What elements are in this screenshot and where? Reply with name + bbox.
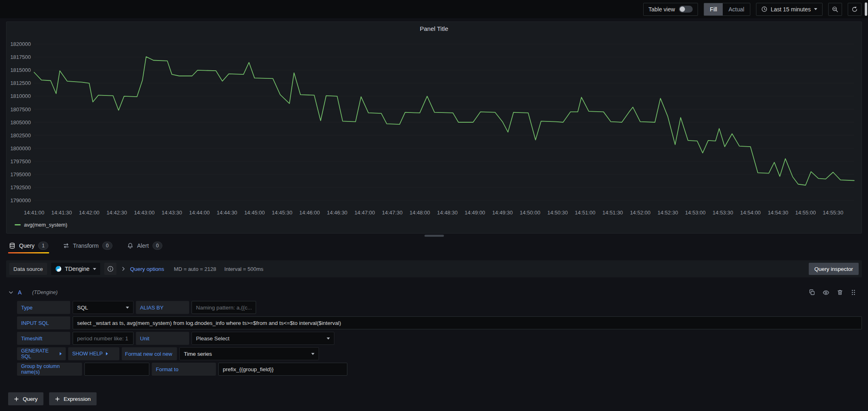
svg-text:14:47:30: 14:47:30 xyxy=(382,210,403,216)
chevron-down-icon xyxy=(814,8,817,10)
duplicate-query-icon[interactable] xyxy=(809,289,815,296)
svg-text:14:42:30: 14:42:30 xyxy=(106,210,127,216)
generate-sql-button[interactable]: GENERATE SQL xyxy=(17,347,66,360)
tab-alert[interactable]: Alert 0 xyxy=(126,239,163,252)
show-help-label: SHOW HELP xyxy=(72,351,103,357)
unit-select[interactable]: Please Select xyxy=(192,332,334,345)
format-select[interactable]: Time series xyxy=(179,347,319,360)
svg-text:14:53:30: 14:53:30 xyxy=(713,210,733,216)
datasource-help-button[interactable] xyxy=(104,263,116,275)
input-sql-input[interactable] xyxy=(73,316,862,329)
group-by-input[interactable] xyxy=(84,363,149,376)
svg-text:1800000: 1800000 xyxy=(11,145,31,151)
timeshift-input[interactable] xyxy=(73,332,134,345)
legend-label[interactable]: avg(mem_system) xyxy=(24,222,67,228)
tab-query[interactable]: Query 1 xyxy=(8,239,49,252)
unit-select-value: Please Select xyxy=(196,335,230,342)
editor-tabs: Query 1 Transform 0 Alert 0 xyxy=(8,239,163,252)
svg-text:1802500: 1802500 xyxy=(11,132,31,138)
svg-text:14:55:00: 14:55:00 xyxy=(795,210,816,216)
alias-by-label: ALIAS BY xyxy=(136,301,189,314)
svg-text:14:46:00: 14:46:00 xyxy=(299,210,320,216)
svg-text:14:50:30: 14:50:30 xyxy=(547,210,568,216)
svg-text:1792500: 1792500 xyxy=(11,184,31,190)
query-datasource-hint: (TDengine) xyxy=(32,290,58,295)
alias-by-input[interactable] xyxy=(192,301,256,314)
svg-text:14:43:30: 14:43:30 xyxy=(162,210,182,216)
panel-resize-handle[interactable] xyxy=(424,235,444,237)
datasource-label: Data source xyxy=(9,263,47,275)
delete-query-icon[interactable] xyxy=(837,289,843,296)
chart-legend: avg(mem_system) xyxy=(11,219,857,230)
generate-sql-label: GENERATE SQL xyxy=(21,348,56,359)
svg-text:14:49:00: 14:49:00 xyxy=(465,210,485,216)
tab-alert-label: Alert xyxy=(137,242,149,249)
query-options-interval: Interval = 500ms xyxy=(224,266,263,272)
tab-transform-label: Transform xyxy=(73,242,99,249)
datasource-picker[interactable]: TDengine xyxy=(51,263,100,275)
query-ref-id[interactable]: A xyxy=(18,289,22,296)
add-query-button[interactable]: Query xyxy=(8,392,43,405)
scrollbar-thumb[interactable] xyxy=(865,2,867,16)
form-row-format: GENERATE SQL SHOW HELP Format new col ne… xyxy=(17,347,862,360)
fill-button[interactable]: Fill xyxy=(704,3,723,15)
type-select-value: SQL xyxy=(77,305,88,311)
query-count-badge: 1 xyxy=(38,242,48,250)
svg-text:14:45:30: 14:45:30 xyxy=(272,210,293,216)
toggle-visibility-icon[interactable] xyxy=(823,289,829,296)
svg-text:14:42:00: 14:42:00 xyxy=(79,210,99,216)
form-row-sql: INPUT SQL xyxy=(17,316,862,329)
legend-swatch xyxy=(15,224,21,225)
svg-text:14:43:00: 14:43:00 xyxy=(134,210,155,216)
svg-text:14:41:00: 14:41:00 xyxy=(24,210,45,216)
timeseries-chart[interactable]: 1790000179250017950001797500180000018025… xyxy=(11,34,857,218)
svg-text:1810000: 1810000 xyxy=(11,93,31,99)
table-view-switch[interactable] xyxy=(679,6,693,13)
bell-icon xyxy=(127,242,134,249)
svg-text:1805000: 1805000 xyxy=(11,119,31,125)
toolbar: Table view Fill Actual Last 15 minutes xyxy=(0,0,868,18)
zoom-out-button[interactable] xyxy=(828,3,842,16)
query-options-link[interactable]: Query options xyxy=(130,266,164,272)
svg-text:1807500: 1807500 xyxy=(11,106,31,112)
add-expression-button[interactable]: Expression xyxy=(49,392,97,405)
group-by-label: Group by column name(s) xyxy=(17,363,82,376)
svg-text:14:51:30: 14:51:30 xyxy=(602,210,623,216)
svg-text:14:53:00: 14:53:00 xyxy=(685,210,706,216)
chevron-right-icon xyxy=(106,352,108,355)
form-row-type: Type SQL ALIAS BY xyxy=(17,301,862,314)
drag-handle-icon[interactable] xyxy=(851,289,856,296)
format-to-input[interactable] xyxy=(218,363,347,376)
plus-icon xyxy=(14,396,19,402)
input-sql-label: INPUT SQL xyxy=(17,316,70,329)
table-view-label: Table view xyxy=(648,6,675,13)
query-row-header: A (TDengine) xyxy=(8,287,862,298)
zoom-out-icon xyxy=(832,6,838,13)
query-inspector-button[interactable]: Query inspector xyxy=(809,263,859,275)
actual-button[interactable]: Actual xyxy=(723,3,750,15)
svg-text:14:44:00: 14:44:00 xyxy=(189,210,210,216)
svg-text:14:52:30: 14:52:30 xyxy=(657,210,678,216)
svg-text:14:54:30: 14:54:30 xyxy=(768,210,788,216)
panel-title[interactable]: Panel Title xyxy=(11,24,857,34)
show-help-button[interactable]: SHOW HELP xyxy=(68,347,119,360)
alert-count-badge: 0 xyxy=(153,242,163,250)
tab-transform[interactable]: Transform 0 xyxy=(62,239,113,252)
type-select[interactable]: SQL xyxy=(73,301,134,314)
svg-text:14:51:00: 14:51:00 xyxy=(575,210,596,216)
time-range-picker[interactable]: Last 15 minutes xyxy=(756,3,823,16)
query-form: Type SQL ALIAS BY INPUT SQL Timeshift Un… xyxy=(17,301,862,378)
svg-text:14:49:30: 14:49:30 xyxy=(492,210,513,216)
refresh-button[interactable] xyxy=(848,3,862,16)
svg-text:14:55:30: 14:55:30 xyxy=(823,210,844,216)
unit-label: Unit xyxy=(136,332,189,345)
size-mode-group: Fill Actual xyxy=(704,3,750,16)
collapse-chevron-icon[interactable] xyxy=(8,290,14,295)
svg-text:1815000: 1815000 xyxy=(11,67,31,73)
refresh-icon xyxy=(851,6,858,13)
tdengine-logo-icon xyxy=(55,266,62,272)
svg-text:14:48:00: 14:48:00 xyxy=(409,210,430,216)
svg-text:1812500: 1812500 xyxy=(11,80,31,86)
transform-count-badge: 0 xyxy=(102,242,112,250)
clock-icon xyxy=(761,6,767,12)
